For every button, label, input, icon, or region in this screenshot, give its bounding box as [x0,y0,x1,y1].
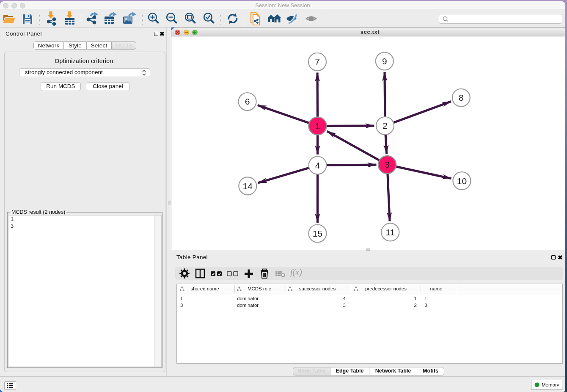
svg-text:7: 7 [315,57,320,66]
svg-text:2: 2 [383,121,388,130]
svg-text:1: 1 [315,121,320,131]
svg-text:10: 10 [457,176,467,186]
svg-text:8: 8 [459,93,464,102]
svg-text:14: 14 [243,181,253,191]
svg-text:11: 11 [385,227,395,237]
svg-text:4: 4 [315,160,320,170]
svg-text:3: 3 [385,160,390,169]
svg-text:15: 15 [313,229,322,238]
svg-text:6: 6 [245,97,250,106]
svg-text:9: 9 [382,56,387,66]
